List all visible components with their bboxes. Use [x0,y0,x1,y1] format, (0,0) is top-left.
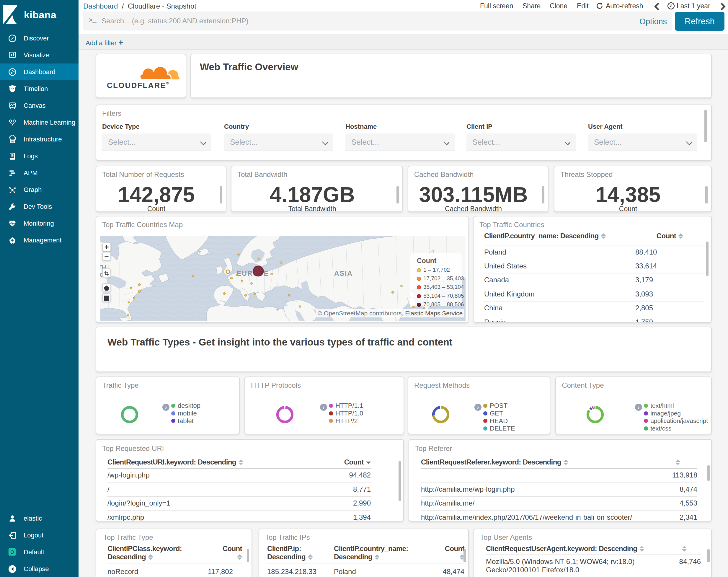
svg-text:D: D [10,550,14,555]
svg-text:ASIA: ASIA [334,270,353,277]
